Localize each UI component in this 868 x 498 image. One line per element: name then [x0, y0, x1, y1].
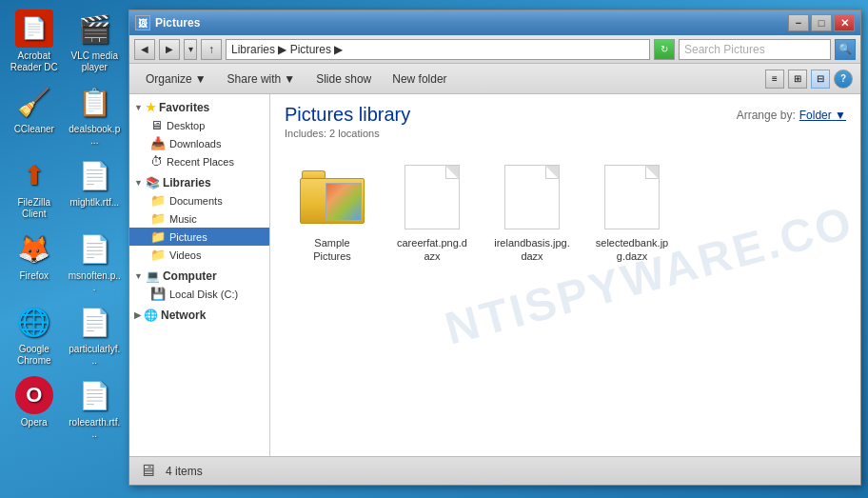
- slide-show-button[interactable]: Slide show: [307, 68, 380, 90]
- sidebar-item-localdisk[interactable]: 💾 Local Disk (C:): [129, 285, 269, 303]
- view-tiles-button[interactable]: ⊟: [811, 70, 830, 89]
- desktop-icon-mightlk[interactable]: 📄 mightlk.rtf...: [69, 156, 122, 220]
- desktop-icon: 🖥: [150, 118, 163, 132]
- breadcrumb[interactable]: Libraries ▶ Pictures ▶: [226, 39, 650, 60]
- sidebar-item-videos[interactable]: 📁 Videos: [129, 246, 269, 264]
- view-list-button[interactable]: ≡: [765, 70, 784, 89]
- computer-label: Computer: [163, 269, 217, 283]
- desktop-icon-chrome[interactable]: 🌐 Google Chrome: [8, 303, 61, 367]
- view-details-button[interactable]: ⊞: [788, 70, 807, 89]
- sample-pictures-folder-icon: [300, 170, 365, 224]
- sidebar-item-recent[interactable]: ⏱ Recent Places: [129, 152, 269, 170]
- status-computer-icon: 🖥: [139, 461, 156, 481]
- address-bar: ◀ ▶ ▾ ↑ Libraries ▶ Pictures ▶ ↻ Search …: [129, 35, 860, 64]
- search-field[interactable]: Search Pictures: [679, 39, 831, 60]
- breadcrumb-text: Libraries ▶ Pictures ▶: [231, 43, 343, 56]
- back-button[interactable]: ◀: [134, 39, 155, 60]
- organize-dropdown-icon: ▼: [195, 72, 207, 86]
- sidebar-item-recent-label: Recent Places: [167, 156, 234, 168]
- downloads-icon: 📥: [150, 136, 166, 150]
- desktop-icon-dealsbook[interactable]: 📋 dealsbook.p...: [69, 83, 122, 147]
- file-item-careerfat[interactable]: careerfat.png.dazx: [389, 158, 475, 269]
- sidebar-item-music-label: Music: [169, 213, 197, 225]
- sidebar-section-libraries: ▼ 📚 Libraries 📁 Documents 📁 Music 📁 Pict…: [129, 174, 269, 264]
- desktop-icon-label: Firefox: [19, 270, 49, 282]
- desktop-icon-label: roleearth.rtf...: [69, 417, 122, 440]
- sidebar-item-desktop[interactable]: 🖥 Desktop: [129, 116, 269, 134]
- title-bar: 🖼 Pictures − □ ✕: [129, 10, 860, 35]
- search-button[interactable]: 🔍: [835, 39, 856, 60]
- help-button[interactable]: ?: [834, 70, 853, 89]
- libraries-folder-icon: 📚: [146, 176, 160, 189]
- selectedbank-doc-icon: [604, 165, 660, 229]
- desktop-icon-roleearth[interactable]: 📄 roleearth.rtf...: [69, 376, 122, 440]
- libraries-label: Libraries: [163, 176, 211, 189]
- desktop-icon-label: Acrobat Reader DC: [8, 50, 61, 73]
- folder-icon-container: [298, 163, 366, 231]
- desktop-icon-acrobat[interactable]: 📄 Acrobat Reader DC: [8, 10, 61, 73]
- arrange-value[interactable]: Folder ▼: [799, 109, 846, 122]
- videos-folder-icon: 📁: [150, 248, 166, 262]
- organize-button[interactable]: Organize ▼: [137, 68, 215, 90]
- file-label-sample-pictures: Sample Pictures: [294, 236, 370, 264]
- sidebar-item-downloads-label: Downloads: [169, 138, 221, 149]
- desktop-icon-particularly[interactable]: 📄 particularlyf...: [69, 303, 122, 367]
- irelandbasis-doc-icon: [504, 165, 560, 229]
- file-label-careerfat: careerfat.png.dazx: [394, 236, 470, 264]
- file-grid: Sample Pictures careerfat.png.dazx: [285, 153, 846, 273]
- desktop-icon-opera[interactable]: O Opera: [8, 376, 61, 440]
- desktop-icon-label: CCleaner: [14, 124, 54, 135]
- sidebar-item-music[interactable]: 📁 Music: [129, 209, 269, 228]
- share-dropdown-icon: ▼: [284, 72, 295, 86]
- file-item-selectedbank[interactable]: selectedbank.jpg.dazx: [589, 158, 675, 269]
- arrange-dropdown-icon: ▼: [835, 109, 846, 122]
- libraries-expand-icon: ▼: [134, 178, 143, 188]
- sidebar-group-network[interactable]: ▶ 🌐 Network: [129, 307, 269, 324]
- desktop-icon-ccleaner[interactable]: 🧹 CCleaner: [8, 83, 61, 147]
- sidebar: ▼ ★ Favorites 🖥 Desktop 📥 Downloads ⏱ Re…: [129, 94, 270, 456]
- desktop-icon-label: mightlk.rtf...: [69, 197, 119, 209]
- sidebar-section-computer: ▼ 💻 Computer 💾 Local Disk (C:): [129, 268, 269, 303]
- documents-folder-icon: 📁: [150, 193, 166, 208]
- refresh-button[interactable]: ↻: [654, 39, 675, 60]
- network-label: Network: [161, 309, 206, 322]
- window-icon: 🖼: [135, 15, 150, 30]
- desktop: 📄 Acrobat Reader DC 🎬 VLC media player 🧹…: [0, 0, 128, 498]
- desktop-icon-label: particularlyf...: [69, 344, 122, 367]
- sidebar-item-downloads[interactable]: 📥 Downloads: [129, 134, 269, 152]
- new-folder-button[interactable]: New folder: [384, 68, 455, 90]
- forward-button[interactable]: ▶: [159, 39, 180, 60]
- desktop-icon-label: VLC media player: [69, 50, 122, 73]
- desktop-icon-label: msnoften.p...: [69, 270, 122, 293]
- sidebar-item-videos-label: Videos: [169, 249, 201, 261]
- file-label-selectedbank: selectedbank.jpg.dazx: [594, 236, 670, 264]
- share-with-button[interactable]: Share with ▼: [219, 68, 305, 90]
- close-button[interactable]: ✕: [834, 14, 855, 31]
- desktop-icon-filezilla[interactable]: ⬆ FileZilla Client: [8, 156, 61, 220]
- sidebar-item-documents[interactable]: 📁 Documents: [129, 191, 269, 209]
- library-title: Pictures library: [285, 104, 410, 126]
- arrange-label: Arrange by:: [737, 109, 796, 122]
- computer-icon: 💻: [146, 269, 160, 283]
- restore-button[interactable]: □: [811, 14, 832, 31]
- favorites-star-icon: ★: [146, 101, 156, 114]
- minimize-button[interactable]: −: [788, 14, 809, 31]
- desktop-icon-msnoften[interactable]: 📄 msnoften.p...: [69, 229, 122, 293]
- up-button[interactable]: ↑: [201, 39, 222, 60]
- careerfat-doc-icon: [404, 165, 460, 229]
- file-item-irelandbasis[interactable]: irelandbasis.jpg.dazx: [489, 158, 575, 269]
- sidebar-item-pictures[interactable]: 📁 Pictures: [129, 228, 269, 246]
- desktop-icon-vlc[interactable]: 🎬 VLC media player: [69, 10, 122, 73]
- recent-pages-button[interactable]: ▾: [184, 39, 197, 60]
- sidebar-group-computer[interactable]: ▼ 💻 Computer: [129, 268, 269, 285]
- desktop-icon-label: Opera: [21, 417, 48, 428]
- desktop-icon-firefox[interactable]: 🦊 Firefox: [8, 229, 61, 293]
- sidebar-group-libraries[interactable]: ▼ 📚 Libraries: [129, 174, 269, 191]
- localdisk-icon: 💾: [150, 287, 166, 301]
- sidebar-group-favorites[interactable]: ▼ ★ Favorites: [129, 99, 269, 116]
- sidebar-item-localdisk-label: Local Disk (C:): [169, 289, 238, 300]
- window-title: Pictures: [155, 16, 788, 30]
- file-item-sample-pictures[interactable]: Sample Pictures: [289, 158, 375, 269]
- main-panel: Pictures library Includes: 2 locations A…: [270, 94, 860, 456]
- pictures-folder-icon: 📁: [150, 229, 166, 244]
